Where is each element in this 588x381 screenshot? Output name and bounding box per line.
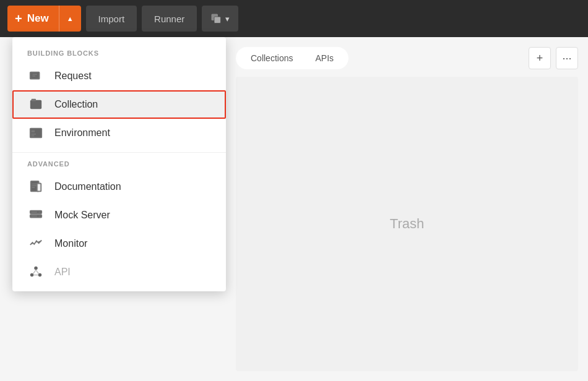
svg-point-18	[39, 215, 40, 216]
request-icon	[27, 69, 45, 83]
mock-server-icon	[27, 208, 45, 222]
documentation-icon	[27, 180, 45, 194]
building-blocks-label: BUILDING BLOCKS	[12, 47, 226, 62]
menu-item-documentation[interactable]: Documentation	[12, 173, 226, 201]
trash-area: Trash	[236, 77, 578, 371]
tabs-header: Collections APIs + ···	[236, 47, 578, 69]
advanced-label: ADVANCED	[12, 158, 226, 173]
menu-item-collection[interactable]: Collection	[12, 90, 226, 119]
import-button[interactable]: Import	[86, 6, 137, 32]
trash-label: Trash	[390, 216, 424, 232]
new-button-arrow[interactable]	[59, 6, 81, 32]
divider	[12, 152, 226, 153]
monitor-icon	[27, 237, 45, 250]
api-icon	[27, 265, 45, 279]
svg-line-24	[33, 270, 36, 273]
new-button[interactable]: + New	[7, 6, 81, 32]
new-label: New	[27, 12, 49, 25]
svg-line-25	[36, 270, 39, 273]
toolbar: + New Import Runner ▾	[0, 0, 588, 37]
svg-point-21	[34, 267, 38, 270]
collection-label: Collection	[54, 99, 98, 110]
tabs-group: Collections APIs	[236, 47, 348, 69]
menu-item-mock-server[interactable]: Mock Server	[12, 201, 226, 229]
runner-button[interactable]: Runner	[142, 6, 197, 32]
svg-rect-7	[32, 130, 35, 132]
menu-item-monitor[interactable]: Monitor	[12, 229, 226, 258]
svg-point-17	[39, 212, 40, 213]
sync-icon	[210, 13, 222, 24]
sync-button[interactable]: ▾	[202, 6, 238, 32]
right-panel: Collections APIs + ··· Trash	[226, 37, 588, 381]
documentation-label: Documentation	[54, 181, 121, 192]
new-button-main[interactable]: + New	[7, 6, 59, 32]
mock-server-label: Mock Server	[54, 210, 110, 221]
sync-arrow: ▾	[225, 14, 230, 24]
api-label: API	[54, 267, 71, 278]
request-label: Request	[54, 71, 92, 82]
collection-icon	[27, 98, 45, 111]
tabs-actions: + ···	[529, 47, 578, 69]
more-options-button[interactable]: ···	[556, 47, 578, 69]
dropdown-menu: BUILDING BLOCKS Request Collection	[12, 37, 226, 291]
tab-collections[interactable]: Collections	[241, 49, 303, 67]
svg-rect-14	[37, 184, 41, 192]
add-collection-button[interactable]: +	[529, 47, 551, 69]
environment-icon	[27, 126, 45, 140]
menu-item-environment[interactable]: Environment	[12, 119, 226, 147]
menu-item-api[interactable]: API	[12, 258, 226, 286]
environment-label: Environment	[54, 127, 110, 139]
svg-rect-1	[214, 17, 221, 24]
plus-icon: +	[15, 12, 22, 26]
menu-item-request[interactable]: Request	[12, 62, 226, 90]
tab-apis[interactable]: APIs	[305, 49, 344, 67]
monitor-label: Monitor	[54, 238, 87, 249]
svg-rect-5	[32, 99, 36, 101]
